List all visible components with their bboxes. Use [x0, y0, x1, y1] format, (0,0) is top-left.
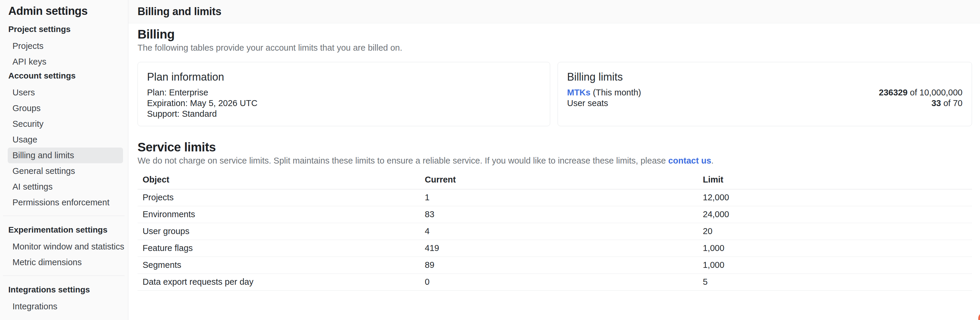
- plan-card-body: Plan: Enterprise Expiration: May 5, 2026…: [147, 87, 541, 119]
- table-head: Object Current Limit: [138, 171, 972, 189]
- mtks-used: 236329: [879, 88, 908, 97]
- table-row: Feature flags 419 1,000: [138, 240, 972, 257]
- page-header: Billing and limits: [128, 0, 980, 24]
- nav-group-integrations-settings: Integrations: [0, 299, 128, 314]
- table-row: Data export requests per day 0 5: [138, 274, 972, 290]
- sidebar-item-billing-and-limits[interactable]: Billing and limits: [8, 147, 123, 163]
- mtks-value: 236329 of 10,000,000: [879, 87, 963, 98]
- plan-information-card: Plan information Plan: Enterprise Expira…: [138, 62, 550, 126]
- object-cell: Projects: [138, 189, 425, 206]
- user-seats-used: 33: [931, 98, 941, 108]
- subtitle-text-before: We do not charge on service limits. Spli…: [138, 156, 668, 165]
- sidebar-item-integrations[interactable]: Integrations: [8, 299, 123, 314]
- billing-cards-row: Plan information Plan: Enterprise Expira…: [138, 62, 972, 126]
- nav-group-experimentation-settings: Monitor window and statistics Metric dim…: [0, 239, 128, 270]
- sidebar-item-ai-settings[interactable]: AI settings: [8, 179, 123, 195]
- sidebar-item-label: Metric dimensions: [13, 257, 82, 267]
- service-limits-heading: Service limits: [138, 140, 972, 155]
- table-row: Projects 1 12,000: [138, 189, 972, 206]
- current-cell: 0: [425, 274, 703, 290]
- sidebar-item-security[interactable]: Security: [8, 116, 123, 132]
- page-title: Billing and limits: [138, 5, 221, 18]
- sidebar-item-label: Permissions enforcement: [13, 198, 110, 208]
- limit-cell: 1,000: [703, 240, 972, 257]
- sidebar-item-label: Users: [13, 88, 35, 97]
- user-seats-value: 33 of 70: [931, 98, 963, 108]
- sidebar-item-label: Integrations: [13, 302, 57, 311]
- user-seats-label: User seats: [567, 98, 608, 108]
- mtks-of-limit: of 10,000,000: [908, 88, 963, 97]
- sidebar-item-projects[interactable]: Projects: [8, 38, 123, 54]
- table-row: User groups 4 20: [138, 223, 972, 240]
- user-seats-row: User seats 33 of 70: [567, 98, 963, 108]
- table-row: Segments 89 1,000: [138, 257, 972, 274]
- limit-cell: 20: [703, 223, 972, 240]
- contact-us-link[interactable]: contact us: [668, 156, 711, 165]
- expiration-line: Expiration: May 5, 2026 UTC: [147, 98, 541, 108]
- limit-cell: 5: [703, 274, 972, 290]
- sidebar-item-label: Security: [13, 119, 44, 129]
- mtks-label: MTKs (This month): [567, 87, 641, 98]
- plan-card-title: Plan information: [147, 71, 541, 84]
- sidebar-item-label: Billing and limits: [13, 150, 74, 160]
- billing-limits-card-title: Billing limits: [567, 71, 963, 84]
- app-window: Admin settings Project settings Projects…: [0, 0, 980, 320]
- object-cell: Data export requests per day: [138, 274, 425, 290]
- billing-heading: Billing: [138, 27, 972, 42]
- sidebar: Admin settings Project settings Projects…: [0, 0, 128, 320]
- current-cell: 1: [425, 189, 703, 206]
- section-label-project-settings: Project settings: [8, 24, 128, 34]
- billing-limits-card: Billing limits MTKs (This month) 236329 …: [558, 62, 972, 126]
- support-line: Support: Standard: [147, 108, 541, 119]
- sidebar-item-label: API keys: [13, 57, 46, 67]
- column-header-object: Object: [138, 171, 425, 189]
- sidebar-item-label: Monitor window and statistics: [13, 242, 124, 252]
- object-cell: Environments: [138, 206, 425, 223]
- sidebar-item-permissions-enforcement[interactable]: Permissions enforcement: [8, 195, 123, 211]
- subtitle-text-after: .: [711, 156, 714, 165]
- mtks-link[interactable]: MTKs: [567, 88, 590, 97]
- limit-cell: 24,000: [703, 206, 972, 223]
- sidebar-item-groups[interactable]: Groups: [8, 100, 123, 116]
- column-header-current: Current: [425, 171, 703, 189]
- nav-group-project-settings: Projects API keys: [0, 38, 128, 70]
- sidebar-item-usage[interactable]: Usage: [8, 132, 123, 147]
- nav-group-account-settings: Users Groups Security Usage Billing and …: [0, 85, 128, 211]
- object-cell: Segments: [138, 257, 425, 274]
- sidebar-item-api-keys[interactable]: API keys: [8, 54, 123, 70]
- mtks-row: MTKs (This month) 236329 of 10,000,000: [567, 87, 963, 98]
- table-body: Projects 1 12,000 Environments 83 24,000…: [138, 189, 972, 290]
- table-row: Environments 83 24,000: [138, 206, 972, 223]
- sidebar-item-label: General settings: [13, 166, 75, 176]
- section-label-experimentation-settings: Experimentation settings: [8, 225, 128, 235]
- sidebar-item-general-settings[interactable]: General settings: [8, 163, 123, 179]
- sidebar-item-label: Projects: [13, 41, 44, 51]
- current-cell: 83: [425, 206, 703, 223]
- user-seats-label-text: User seats: [567, 98, 608, 108]
- sidebar-item-monitor-window-and-statistics[interactable]: Monitor window and statistics: [8, 239, 123, 255]
- sidebar-title: Admin settings: [8, 4, 128, 18]
- mtks-label-suffix: (This month): [590, 88, 641, 97]
- current-cell: 419: [425, 240, 703, 257]
- limit-cell: 1,000: [703, 257, 972, 274]
- object-cell: User groups: [138, 223, 425, 240]
- user-seats-of-limit: of 70: [941, 98, 963, 108]
- limit-cell: 12,000: [703, 189, 972, 206]
- content-area: Billing The following tables provide you…: [128, 24, 980, 291]
- current-cell: 4: [425, 223, 703, 240]
- sidebar-divider: [3, 276, 124, 276]
- section-label-account-settings: Account settings: [8, 71, 128, 81]
- main-content: Billing and limits Billing The following…: [128, 0, 980, 320]
- billing-limits-card-body: MTKs (This month) 236329 of 10,000,000 U…: [567, 87, 963, 108]
- table-header-row: Object Current Limit: [138, 171, 972, 189]
- sidebar-item-users[interactable]: Users: [8, 85, 123, 100]
- sidebar-item-label: Usage: [13, 135, 37, 144]
- sidebar-item-label: AI settings: [13, 182, 52, 192]
- section-label-integrations-settings: Integrations settings: [8, 285, 128, 295]
- sidebar-item-label: Groups: [13, 103, 41, 113]
- billing-subtitle: The following tables provide your accoun…: [138, 42, 972, 53]
- current-cell: 89: [425, 257, 703, 274]
- object-cell: Feature flags: [138, 240, 425, 257]
- column-header-limit: Limit: [703, 171, 972, 189]
- sidebar-item-metric-dimensions[interactable]: Metric dimensions: [8, 255, 123, 270]
